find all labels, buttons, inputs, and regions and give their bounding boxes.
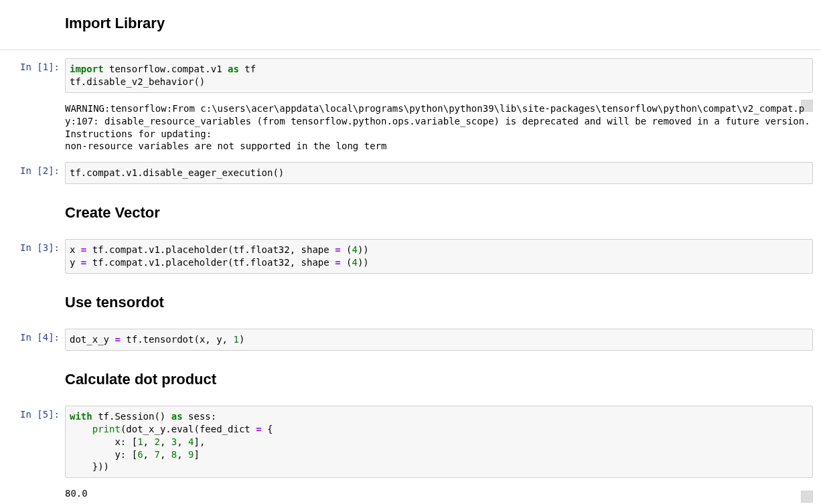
- code-cell-5[interactable]: In [5]: with tf.Session() as sess: print…: [0, 406, 821, 478]
- prompt-empty: In [ ]:: [0, 0, 65, 18]
- markdown-cell: . Calculate dot product: [0, 356, 821, 400]
- code-cell-3[interactable]: In [3]: x = tf.compat.v1.placeholder(tf.…: [0, 239, 821, 274]
- notebook: In [ ]: Import Library In [1]: import te…: [0, 0, 821, 504]
- markdown-cell: In [ ]: Import Library: [0, 0, 821, 44]
- markdown-cell: . Create Vector: [0, 189, 821, 234]
- code-cell-4[interactable]: In [4]: dot_x_y = tf.tensordot(x, y, 1): [0, 329, 821, 351]
- code-cell-2[interactable]: In [2]: tf.compat.v1.disable_eager_execu…: [0, 162, 821, 184]
- stdout-text: WARNING:tensorflow:From c:\users\acer\ap…: [65, 98, 813, 157]
- input-prompt: In [5]:: [0, 406, 65, 424]
- input-prompt: In [1]:: [0, 58, 65, 76]
- code-input[interactable]: import tensorflow.compat.v1 as tf tf.dis…: [65, 58, 813, 93]
- input-prompt: In [4]:: [0, 329, 65, 347]
- code-input[interactable]: x = tf.compat.v1.placeholder(tf.float32,…: [65, 239, 813, 274]
- code-input[interactable]: dot_x_y = tf.tensordot(x, y, 1): [65, 329, 813, 351]
- heading-create-vector: Create Vector: [65, 204, 813, 222]
- prompt-empty: .: [0, 189, 65, 207]
- output-cell-5: . 80.0: [0, 483, 821, 504]
- stdout-text: 80.0: [65, 483, 813, 504]
- scroll-handle-icon[interactable]: [801, 491, 813, 503]
- heading-use-tensordot: Use tensordot: [65, 294, 813, 311]
- prompt-empty: .: [0, 98, 65, 116]
- prompt-empty: .: [0, 483, 65, 501]
- divider: [0, 50, 821, 50]
- prompt-empty: .: [0, 279, 65, 297]
- code-input[interactable]: tf.compat.v1.disable_eager_execution(): [65, 162, 813, 184]
- heading-import-library: Import Library: [65, 15, 813, 32]
- code-input[interactable]: with tf.Session() as sess: print(dot_x_y…: [65, 406, 813, 478]
- heading-calc-dot-product: Calculate dot product: [65, 371, 813, 388]
- output-cell-1: . WARNING:tensorflow:From c:\users\acer\…: [0, 98, 821, 157]
- input-prompt: In [3]:: [0, 239, 65, 257]
- code-cell-1[interactable]: In [1]: import tensorflow.compat.v1 as t…: [0, 58, 821, 93]
- scroll-handle-icon[interactable]: [801, 100, 813, 112]
- input-prompt: In [2]:: [0, 162, 65, 180]
- prompt-empty: .: [0, 356, 65, 374]
- markdown-cell: . Use tensordot: [0, 279, 821, 323]
